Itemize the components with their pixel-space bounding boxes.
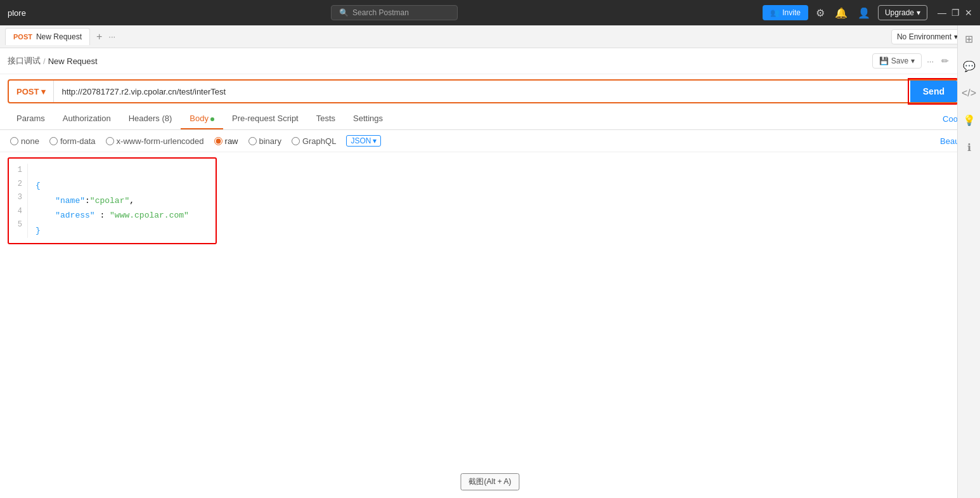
sidebar-lightbulb-icon[interactable]: 💡 — [960, 112, 978, 129]
tabbar-left: POST New Request + ··· — [5, 28, 115, 45]
invite-button[interactable]: 👥 Invite — [763, 5, 808, 20]
tabbar: POST New Request + ··· No Environment ▾ … — [0, 25, 980, 48]
breadcrumb-separator: / — [43, 56, 46, 66]
search-bar[interactable]: 🔍 Search Postman — [331, 5, 458, 20]
option-raw[interactable]: raw — [214, 136, 238, 146]
breadcrumb-current: New Request — [48, 56, 98, 66]
tab-more-button[interactable]: ··· — [108, 32, 115, 41]
line-number-3: 3 — [14, 191, 22, 205]
url-bar: POST ▾ Send ▾ — [8, 79, 972, 103]
line-numbers: 1 2 3 4 5 — [9, 164, 28, 238]
save-button[interactable]: 💾 Save ▾ — [872, 53, 922, 69]
tab-name: New Request — [36, 32, 82, 41]
invite-icon: 👥 — [770, 8, 780, 17]
search-placeholder: Search Postman — [352, 8, 409, 17]
window-controls: — ❐ ✕ — [938, 8, 972, 18]
breadcrumb-root: 接口调试 — [8, 55, 41, 67]
code-line-5: } — [35, 223, 208, 238]
right-sidebar: ⊞ 💬 </> 💡 ℹ — [957, 25, 980, 249]
code-line-2: { — [35, 178, 208, 193]
method-select[interactable]: POST ▾ — [9, 81, 54, 102]
tab-authorization[interactable]: Authorization — [54, 108, 120, 129]
code-editor[interactable]: 1 2 3 4 5 { "name":"cpolar", "adress" : … — [8, 157, 217, 244]
line-number-2: 2 — [14, 178, 22, 192]
tab-tests[interactable]: Tests — [307, 108, 344, 129]
close-button[interactable]: ✕ — [965, 8, 972, 18]
avatar-button[interactable]: 👤 — [855, 4, 873, 22]
maximize-button[interactable]: ❐ — [951, 8, 960, 18]
tab-pre-request-script[interactable]: Pre-request Script — [223, 108, 307, 129]
tab-params[interactable]: Params — [8, 108, 54, 129]
chevron-down-icon: ▾ — [373, 136, 377, 145]
code-content: { "name":"cpolar", "adress" : "www.cpola… — [28, 164, 216, 238]
notifications-button[interactable]: 🔔 — [832, 4, 850, 22]
save-icon: 💾 — [879, 56, 889, 65]
tab-body[interactable]: Body — [181, 108, 223, 129]
line-number-4: 4 — [14, 205, 22, 219]
request-toolbar: 接口调试 / New Request 💾 Save ▾ ··· ✏ 📄 — [0, 48, 980, 74]
settings-button[interactable]: ⚙ — [813, 4, 827, 22]
line-number-5: 5 — [14, 218, 22, 232]
sidebar-chat-icon[interactable]: 💬 — [960, 58, 978, 75]
more-options-button[interactable]: ··· — [927, 56, 934, 66]
code-line-3: "name":"cpolar", — [35, 193, 208, 208]
http-method: POST — [16, 87, 39, 96]
sidebar-info-icon[interactable]: ℹ — [965, 139, 974, 156]
environment-select[interactable]: No Environment ▾ — [891, 29, 964, 44]
topbar-left: plore — [8, 8, 26, 18]
minimize-button[interactable]: — — [938, 8, 946, 18]
line-number-1: 1 — [14, 164, 22, 178]
request-tabs: Params Authorization Headers (8) Body Pr… — [0, 108, 980, 130]
tab-headers[interactable]: Headers (8) — [120, 108, 181, 129]
request-tab[interactable]: POST New Request — [5, 28, 90, 45]
sidebar-layout-icon[interactable]: ⊞ — [962, 30, 976, 48]
breadcrumb: 接口调试 / New Request — [8, 55, 98, 67]
edit-button[interactable]: ✏ — [939, 53, 951, 69]
topbar: plore 🔍 Search Postman 👥 Invite ⚙ 🔔 👤 Up… — [0, 0, 980, 25]
chevron-down-icon: ▾ — [911, 56, 915, 65]
json-type-select[interactable]: JSON ▾ — [346, 135, 381, 147]
tab-settings[interactable]: Settings — [344, 108, 392, 129]
code-line-4: "adress" : "www.cpolar.com" — [35, 208, 208, 223]
code-line-1 — [35, 164, 208, 178]
url-input[interactable] — [54, 81, 910, 102]
send-button[interactable]: Send — [910, 81, 957, 102]
option-urlencoded[interactable]: x-www-form-urlencoded — [106, 136, 204, 146]
tab-method: POST — [13, 33, 32, 41]
option-binary[interactable]: binary — [248, 136, 281, 146]
add-tab-button[interactable]: + — [93, 29, 106, 45]
search-icon: 🔍 — [339, 8, 349, 17]
chevron-down-icon: ▾ — [41, 87, 46, 96]
upgrade-button[interactable]: Upgrade ▾ — [878, 5, 927, 20]
app-title: plore — [8, 8, 26, 18]
option-none[interactable]: none — [10, 136, 39, 146]
option-graphql[interactable]: GraphQL — [292, 136, 336, 146]
chevron-down-icon: ▾ — [917, 8, 920, 17]
topbar-right: 👥 Invite ⚙ 🔔 👤 Upgrade ▾ — ❐ ✕ — [763, 4, 972, 22]
sidebar-code-icon[interactable]: </> — [959, 85, 979, 102]
body-dot — [210, 117, 214, 121]
body-options: none form-data x-www-form-urlencoded raw… — [0, 130, 980, 152]
option-form-data[interactable]: form-data — [49, 136, 96, 146]
